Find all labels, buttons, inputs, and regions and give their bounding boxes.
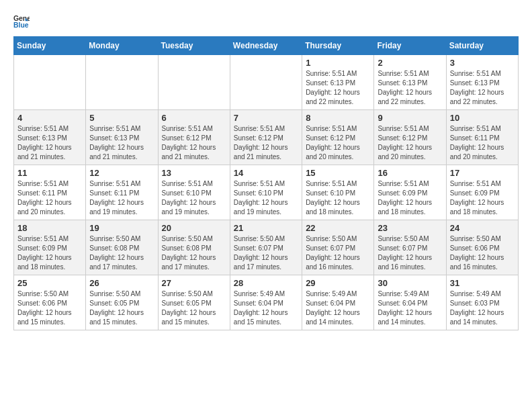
day-info: Sunrise: 5:50 AM Sunset: 6:07 PM Dayligh… [378, 234, 442, 272]
day-info: Sunrise: 5:50 AM Sunset: 6:07 PM Dayligh… [234, 234, 298, 272]
calendar-week-row: 18Sunrise: 5:51 AM Sunset: 6:09 PM Dayli… [14, 220, 519, 275]
day-header-friday: Friday [374, 37, 446, 55]
calendar-cell: 6Sunrise: 5:51 AM Sunset: 6:12 PM Daylig… [158, 110, 230, 165]
day-info: Sunrise: 5:51 AM Sunset: 6:13 PM Dayligh… [306, 69, 370, 107]
day-number: 7 [234, 113, 298, 123]
day-number: 29 [306, 278, 370, 288]
day-info: Sunrise: 5:51 AM Sunset: 6:11 PM Dayligh… [450, 124, 515, 162]
day-number: 22 [306, 223, 370, 233]
day-number: 10 [450, 113, 515, 123]
calendar-cell: 18Sunrise: 5:51 AM Sunset: 6:09 PM Dayli… [14, 220, 86, 275]
day-info: Sunrise: 5:50 AM Sunset: 6:07 PM Dayligh… [306, 234, 370, 272]
day-info: Sunrise: 5:50 AM Sunset: 6:06 PM Dayligh… [450, 234, 515, 272]
calendar-cell: 30Sunrise: 5:49 AM Sunset: 6:04 PM Dayli… [374, 275, 446, 330]
day-number: 12 [89, 168, 154, 178]
calendar-cell [86, 55, 158, 110]
calendar-cell: 1Sunrise: 5:51 AM Sunset: 6:13 PM Daylig… [302, 55, 374, 110]
day-number: 28 [234, 278, 298, 288]
calendar-week-row: 25Sunrise: 5:50 AM Sunset: 6:06 PM Dayli… [14, 275, 519, 330]
calendar-cell [14, 55, 86, 110]
calendar-cell: 16Sunrise: 5:51 AM Sunset: 6:09 PM Dayli… [374, 165, 446, 220]
day-number: 11 [17, 168, 82, 178]
day-number: 2 [378, 58, 442, 68]
day-number: 19 [89, 223, 154, 233]
day-info: Sunrise: 5:51 AM Sunset: 6:09 PM Dayligh… [378, 179, 442, 217]
calendar-cell: 7Sunrise: 5:51 AM Sunset: 6:12 PM Daylig… [230, 110, 302, 165]
calendar-cell: 13Sunrise: 5:51 AM Sunset: 6:10 PM Dayli… [158, 165, 230, 220]
calendar-cell: 26Sunrise: 5:50 AM Sunset: 6:05 PM Dayli… [86, 275, 158, 330]
day-info: Sunrise: 5:51 AM Sunset: 6:13 PM Dayligh… [450, 69, 515, 107]
calendar-cell: 27Sunrise: 5:50 AM Sunset: 6:05 PM Dayli… [158, 275, 230, 330]
day-info: Sunrise: 5:51 AM Sunset: 6:10 PM Dayligh… [306, 179, 370, 217]
day-info: Sunrise: 5:50 AM Sunset: 6:08 PM Dayligh… [162, 234, 226, 272]
day-number: 9 [378, 113, 442, 123]
day-number: 18 [17, 223, 82, 233]
calendar-header-row: SundayMondayTuesdayWednesdayThursdayFrid… [14, 37, 519, 55]
calendar-cell: 5Sunrise: 5:51 AM Sunset: 6:13 PM Daylig… [86, 110, 158, 165]
day-info: Sunrise: 5:51 AM Sunset: 6:12 PM Dayligh… [306, 124, 370, 162]
day-number: 3 [450, 58, 515, 68]
day-info: Sunrise: 5:49 AM Sunset: 6:04 PM Dayligh… [378, 289, 442, 327]
day-number: 8 [306, 113, 370, 123]
calendar-cell: 31Sunrise: 5:49 AM Sunset: 6:03 PM Dayli… [446, 275, 518, 330]
day-number: 1 [306, 58, 370, 68]
day-number: 23 [378, 223, 442, 233]
day-number: 13 [162, 168, 226, 178]
day-info: Sunrise: 5:51 AM Sunset: 6:10 PM Dayligh… [234, 179, 298, 217]
day-info: Sunrise: 5:51 AM Sunset: 6:13 PM Dayligh… [89, 124, 154, 162]
day-header-wednesday: Wednesday [230, 37, 302, 55]
page-header: General Blue [13, 13, 519, 30]
calendar-cell: 15Sunrise: 5:51 AM Sunset: 6:10 PM Dayli… [302, 165, 374, 220]
calendar-week-row: 4Sunrise: 5:51 AM Sunset: 6:13 PM Daylig… [14, 110, 519, 165]
day-info: Sunrise: 5:50 AM Sunset: 6:06 PM Dayligh… [17, 289, 82, 327]
day-header-tuesday: Tuesday [158, 37, 230, 55]
day-number: 5 [89, 113, 154, 123]
day-number: 26 [89, 278, 154, 288]
day-info: Sunrise: 5:51 AM Sunset: 6:12 PM Dayligh… [234, 124, 298, 162]
calendar-cell: 20Sunrise: 5:50 AM Sunset: 6:08 PM Dayli… [158, 220, 230, 275]
logo: General Blue [13, 13, 30, 30]
calendar-cell: 11Sunrise: 5:51 AM Sunset: 6:11 PM Dayli… [14, 165, 86, 220]
day-info: Sunrise: 5:49 AM Sunset: 6:04 PM Dayligh… [306, 289, 370, 327]
day-info: Sunrise: 5:49 AM Sunset: 6:03 PM Dayligh… [450, 289, 515, 327]
day-number: 21 [234, 223, 298, 233]
day-header-monday: Monday [86, 37, 158, 55]
calendar-cell [230, 55, 302, 110]
day-number: 4 [17, 113, 82, 123]
calendar-cell [158, 55, 230, 110]
day-info: Sunrise: 5:51 AM Sunset: 6:09 PM Dayligh… [17, 234, 82, 272]
day-info: Sunrise: 5:51 AM Sunset: 6:11 PM Dayligh… [89, 179, 154, 217]
calendar-week-row: 11Sunrise: 5:51 AM Sunset: 6:11 PM Dayli… [14, 165, 519, 220]
day-number: 24 [450, 223, 515, 233]
calendar-cell: 10Sunrise: 5:51 AM Sunset: 6:11 PM Dayli… [446, 110, 518, 165]
calendar-cell: 28Sunrise: 5:49 AM Sunset: 6:04 PM Dayli… [230, 275, 302, 330]
day-number: 25 [17, 278, 82, 288]
day-number: 6 [162, 113, 226, 123]
calendar-table: SundayMondayTuesdayWednesdayThursdayFrid… [13, 36, 519, 330]
day-header-thursday: Thursday [302, 37, 374, 55]
day-info: Sunrise: 5:51 AM Sunset: 6:13 PM Dayligh… [17, 124, 82, 162]
calendar-cell: 9Sunrise: 5:51 AM Sunset: 6:12 PM Daylig… [374, 110, 446, 165]
calendar-cell: 14Sunrise: 5:51 AM Sunset: 6:10 PM Dayli… [230, 165, 302, 220]
calendar-cell: 23Sunrise: 5:50 AM Sunset: 6:07 PM Dayli… [374, 220, 446, 275]
day-info: Sunrise: 5:50 AM Sunset: 6:08 PM Dayligh… [89, 234, 154, 272]
day-info: Sunrise: 5:50 AM Sunset: 6:05 PM Dayligh… [162, 289, 226, 327]
day-number: 16 [378, 168, 442, 178]
day-info: Sunrise: 5:51 AM Sunset: 6:11 PM Dayligh… [17, 179, 82, 217]
day-number: 17 [450, 168, 515, 178]
day-number: 20 [162, 223, 226, 233]
day-number: 30 [378, 278, 442, 288]
calendar-cell: 4Sunrise: 5:51 AM Sunset: 6:13 PM Daylig… [14, 110, 86, 165]
calendar-cell: 25Sunrise: 5:50 AM Sunset: 6:06 PM Dayli… [14, 275, 86, 330]
day-info: Sunrise: 5:49 AM Sunset: 6:04 PM Dayligh… [234, 289, 298, 327]
day-info: Sunrise: 5:51 AM Sunset: 6:09 PM Dayligh… [450, 179, 515, 217]
svg-text:Blue: Blue [13, 21, 29, 29]
day-info: Sunrise: 5:51 AM Sunset: 6:12 PM Dayligh… [378, 124, 442, 162]
calendar-cell: 19Sunrise: 5:50 AM Sunset: 6:08 PM Dayli… [86, 220, 158, 275]
calendar-cell: 21Sunrise: 5:50 AM Sunset: 6:07 PM Dayli… [230, 220, 302, 275]
calendar-cell: 22Sunrise: 5:50 AM Sunset: 6:07 PM Dayli… [302, 220, 374, 275]
calendar-cell: 2Sunrise: 5:51 AM Sunset: 6:13 PM Daylig… [374, 55, 446, 110]
calendar-cell: 8Sunrise: 5:51 AM Sunset: 6:12 PM Daylig… [302, 110, 374, 165]
day-number: 27 [162, 278, 226, 288]
day-info: Sunrise: 5:51 AM Sunset: 6:13 PM Dayligh… [378, 69, 442, 107]
